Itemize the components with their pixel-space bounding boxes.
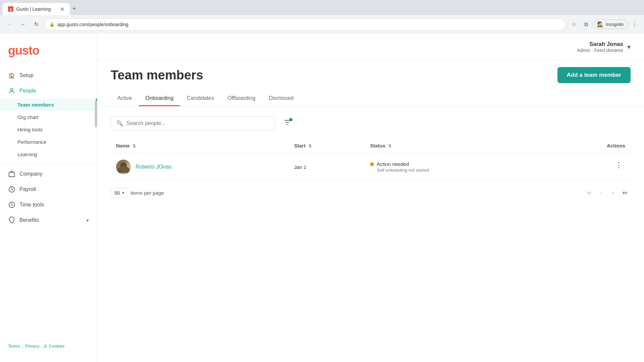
search-icon: 🔍 bbox=[116, 120, 123, 126]
content-area: 🔍 bbox=[97, 106, 644, 362]
name-cell: Roberto JOnas bbox=[111, 154, 289, 181]
svg-rect-1 bbox=[9, 172, 15, 177]
col-name[interactable]: Name ⇅ bbox=[111, 138, 289, 154]
sidebar-subitem-performance[interactable]: Performance bbox=[0, 136, 97, 148]
sidebar-item-people[interactable]: People bbox=[0, 83, 97, 99]
status-sublabel: Self onboarding not started bbox=[370, 168, 547, 173]
per-page-select[interactable]: 50 ▾ bbox=[111, 188, 128, 198]
incognito-label: Incognito bbox=[606, 22, 624, 27]
tab-offboarding[interactable]: Offboarding bbox=[221, 91, 262, 106]
filter-button[interactable] bbox=[280, 117, 294, 130]
status-dot-row: Action needed bbox=[370, 161, 547, 167]
user-info[interactable]: Sarah Jonas Admin · Feed donares ▾ bbox=[577, 41, 631, 53]
new-tab-button[interactable]: + bbox=[70, 3, 79, 15]
per-page-control: 50 ▾ Items per page bbox=[111, 188, 164, 198]
payroll-icon bbox=[8, 186, 15, 193]
menu-button[interactable]: ⋮ bbox=[629, 19, 640, 30]
per-page-value: 50 bbox=[114, 190, 120, 196]
sidebar-subitem-team-members[interactable]: Team members bbox=[0, 99, 97, 111]
sidebar-item-benefits[interactable]: Benefits ▾ bbox=[0, 213, 97, 228]
sidebar-item-label-people: People bbox=[19, 88, 36, 94]
sidebar-item-label-time-tools: Time tools bbox=[19, 202, 44, 208]
sidebar-subitem-learning[interactable]: Learning bbox=[0, 148, 97, 161]
main-content: Sarah Jonas Admin · Feed donares ▾ Team … bbox=[97, 34, 644, 362]
sidebar-subitem-org-chart[interactable]: Org chart bbox=[0, 111, 97, 123]
sidebar-item-label-setup: Setup bbox=[19, 72, 34, 78]
user-dropdown-chevron-icon[interactable]: ▾ bbox=[627, 43, 631, 51]
browser-nav: ← → ↻ 🔒 app.gusto.com/people/onboarding … bbox=[0, 15, 644, 34]
sidebar-subitem-label-org-chart: Org chart bbox=[17, 114, 39, 120]
tab-favicon: g bbox=[8, 6, 13, 12]
table-body: Roberto JOnas Jan 1 Action needed bbox=[111, 154, 631, 181]
prev-page-button[interactable]: ‹ bbox=[596, 187, 606, 198]
pagination-row: 50 ▾ Items per page ⏮ ‹ › ⏭ bbox=[111, 187, 631, 198]
address-bar[interactable]: 🔒 app.gusto.com/people/onboarding bbox=[44, 18, 566, 31]
footer-sep1: , bbox=[22, 344, 23, 349]
scrollbar[interactable] bbox=[95, 101, 97, 127]
sidebar-subitem-label-performance: Performance bbox=[17, 139, 46, 145]
col-status[interactable]: Status ⇅ bbox=[365, 138, 552, 154]
search-input[interactable] bbox=[126, 120, 269, 126]
sidebar-item-company[interactable]: Company bbox=[0, 166, 97, 182]
footer-sep2: , & bbox=[42, 344, 47, 349]
filter-active-dot bbox=[289, 118, 292, 121]
sidebar-footer: Terms , Privacy , & Cookies bbox=[0, 337, 97, 355]
tab-title: Gusto | Learning bbox=[16, 6, 51, 12]
sidebar-subitem-hiring-tools[interactable]: Hiring tools bbox=[0, 123, 97, 136]
tab-dismissed[interactable]: Dismissed bbox=[262, 91, 300, 106]
status-indicator bbox=[370, 162, 374, 166]
person-link[interactable]: Roberto JOnas bbox=[136, 164, 172, 170]
tab-onboarding[interactable]: Onboarding bbox=[139, 91, 180, 106]
next-page-button[interactable]: › bbox=[608, 187, 619, 198]
page-header: Team members Add a team member Active On… bbox=[97, 60, 644, 106]
items-per-page-label: Items per page bbox=[130, 190, 164, 196]
sidebar-item-label-payroll: Payroll bbox=[19, 186, 36, 192]
status-cell: Action needed Self onboarding not starte… bbox=[365, 154, 552, 181]
back-button[interactable]: ← bbox=[4, 19, 15, 30]
svg-point-0 bbox=[10, 88, 13, 91]
col-start[interactable]: Start ⇅ bbox=[289, 138, 365, 154]
cookies-link[interactable]: Cookies bbox=[49, 344, 65, 349]
start-cell: Jan 1 bbox=[289, 154, 365, 181]
split-view-button[interactable]: ⧉ bbox=[581, 19, 591, 30]
incognito-icon: 🕵 bbox=[597, 21, 604, 27]
bookmark-button[interactable]: ☆ bbox=[569, 19, 579, 30]
logo-text: gusto bbox=[8, 44, 39, 57]
avatar bbox=[116, 160, 131, 174]
browser-chrome: g Gusto | Learning ✕ + ← → ↻ 🔒 app.gusto… bbox=[0, 0, 644, 34]
tabs: Active Onboarding Candidates Offboarding… bbox=[111, 91, 631, 106]
reload-button[interactable]: ↻ bbox=[31, 19, 42, 30]
page-navigation: ⏮ ‹ › ⏭ bbox=[584, 187, 631, 198]
sidebar-item-setup[interactable]: 🏠 Setup bbox=[0, 68, 97, 83]
page-title-row: Team members Add a team member bbox=[111, 67, 631, 83]
forward-button[interactable]: → bbox=[17, 19, 28, 30]
tab-active[interactable]: Active bbox=[111, 91, 139, 106]
sidebar-item-payroll[interactable]: Payroll bbox=[0, 182, 97, 197]
time-icon bbox=[8, 201, 15, 208]
sidebar-subitem-label-learning: Learning bbox=[17, 152, 37, 157]
divider-1 bbox=[0, 163, 97, 164]
last-page-button[interactable]: ⏭ bbox=[620, 187, 631, 198]
sidebar-item-label-benefits: Benefits bbox=[19, 217, 39, 223]
sidebar-item-label-company: Company bbox=[19, 171, 42, 177]
terms-link[interactable]: Terms bbox=[8, 344, 20, 349]
incognito-button[interactable]: 🕵 Incognito bbox=[593, 19, 628, 29]
first-page-button[interactable]: ⏮ bbox=[584, 187, 594, 198]
company-icon bbox=[8, 170, 15, 178]
sidebar-item-time-tools[interactable]: Time tools bbox=[0, 197, 97, 213]
status-label: Action needed bbox=[377, 161, 409, 167]
status-sort-icon: ⇅ bbox=[388, 144, 391, 148]
row-actions-button[interactable]: ⋮ bbox=[612, 160, 625, 171]
search-box[interactable]: 🔍 bbox=[111, 116, 275, 130]
person-cell: Roberto JOnas bbox=[116, 160, 283, 174]
privacy-link[interactable]: Privacy bbox=[25, 344, 40, 349]
tab-candidates[interactable]: Candidates bbox=[180, 91, 221, 106]
tab-close-button[interactable]: ✕ bbox=[60, 6, 64, 12]
name-sort-icon: ⇅ bbox=[132, 144, 136, 148]
active-tab[interactable]: g Gusto | Learning ✕ bbox=[3, 3, 70, 15]
app: gusto 🏠 Setup People Team members Org ch… bbox=[0, 34, 644, 362]
logo[interactable]: gusto bbox=[0, 40, 97, 68]
add-team-member-button[interactable]: Add a team member bbox=[557, 67, 631, 83]
search-filter-row: 🔍 bbox=[111, 116, 631, 130]
per-page-chevron-icon: ▾ bbox=[122, 190, 124, 195]
